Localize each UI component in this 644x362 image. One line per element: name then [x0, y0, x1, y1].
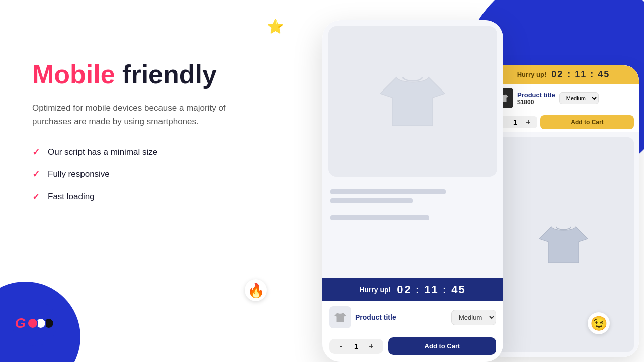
secondary-product-bar: Product title $1800 Medium Small Large	[488, 84, 639, 112]
product-name: Product title	[355, 313, 447, 322]
placeholder-desc	[330, 215, 429, 220]
product-action-bar: Product title Medium Small Large	[322, 301, 503, 333]
logo-g-letter: G	[15, 315, 26, 331]
checkmark-icon-3: ✓	[32, 191, 40, 202]
left-content-section: Mobile friendly Optimized for mobile dev…	[32, 60, 274, 202]
checkmark-icon-2: ✓	[32, 169, 40, 180]
feature-label-2: Fully responsive	[48, 169, 110, 179]
headline-highlight: Mobile	[32, 60, 115, 89]
feature-item-3: ✓ Fast loading	[32, 191, 274, 202]
feature-label-3: Fast loading	[48, 192, 95, 202]
product-image-area	[328, 26, 497, 177]
headline-rest: friendly	[115, 60, 217, 89]
qty-decrement-button[interactable]: -	[336, 342, 346, 351]
placeholder-title	[330, 189, 446, 194]
checkmark-icon-1: ✓	[32, 147, 40, 158]
secondary-timer: 02 : 11 : 45	[551, 69, 610, 80]
star-decoration: ⭐	[267, 18, 284, 35]
product-detail-placeholders	[322, 183, 503, 226]
secondary-size-select[interactable]: Medium Small Large	[559, 92, 599, 104]
shirt-product-image	[372, 61, 453, 142]
hurry-label: Hurry up!	[359, 286, 391, 294]
page-subtitle: Optimized for mobile devices because a m…	[32, 101, 233, 128]
qty-value-display: 1	[351, 342, 361, 350]
wink-decoration: 😉	[588, 312, 610, 334]
secondary-product-info: Product title $1800	[517, 91, 555, 106]
phone-secondary: Hurry up! 02 : 11 : 45 Product title $18…	[488, 65, 639, 357]
secondary-product-name: Product title	[517, 91, 555, 99]
fire-decoration: 🔥	[245, 279, 267, 301]
page-headline: Mobile friendly	[32, 60, 274, 89]
phone-secondary-screen: Hurry up! 02 : 11 : 45 Product title $18…	[488, 65, 639, 357]
product-thumbnail	[329, 306, 351, 328]
size-select[interactable]: Medium Small Large	[451, 310, 496, 325]
main-timer: 02 : 11 : 45	[397, 283, 466, 296]
secondary-qty-increment[interactable]: +	[523, 118, 533, 127]
features-list: ✓ Our script has a minimal size ✓ Fully …	[32, 147, 274, 202]
spacer	[322, 226, 503, 278]
placeholder-subtitle	[330, 198, 413, 203]
feature-item-2: ✓ Fully responsive	[32, 169, 274, 180]
add-to-cart-button[interactable]: Add to Cart	[388, 337, 496, 355]
phones-showcase: Hurry up! 02 : 11 : 45 Product title $18…	[282, 0, 644, 362]
logo: G	[12, 301, 57, 346]
secondary-product-price: $1800	[517, 99, 555, 106]
secondary-hurry-bar: Hurry up! 02 : 11 : 45	[488, 65, 639, 84]
product-thumb-shirt	[333, 310, 348, 325]
secondary-hurry-label: Hurry up!	[517, 71, 547, 78]
secondary-shirt-svg	[533, 215, 594, 275]
feature-label-1: Our script has a minimal size	[48, 147, 157, 157]
qty-increment-button[interactable]: +	[366, 342, 376, 351]
product-info: Product title	[355, 313, 447, 322]
secondary-qty-value: 1	[510, 118, 520, 126]
hurry-bar: Hurry up! 02 : 11 : 45	[322, 278, 503, 301]
secondary-qty-bar: - 1 + Add to Cart	[488, 112, 639, 132]
qty-cart-bar: - 1 + Add to Cart	[322, 333, 503, 362]
qty-control: - 1 +	[329, 339, 383, 354]
phone-main-screen: Hurry up! 02 : 11 : 45 Product title Med…	[322, 20, 503, 362]
feature-item-1: ✓ Our script has a minimal size	[32, 147, 274, 158]
secondary-product-image	[493, 137, 634, 352]
secondary-add-to-cart-button[interactable]: Add to Cart	[540, 115, 634, 129]
phone-main: Hurry up! 02 : 11 : 45 Product title Med…	[322, 20, 503, 362]
